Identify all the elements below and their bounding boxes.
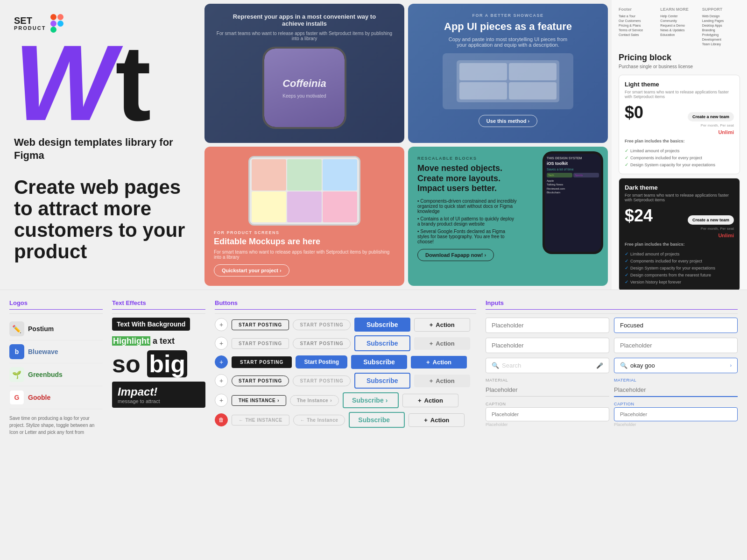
start-posting-gray-round-4[interactable]: Start Posting — [293, 376, 350, 386]
ios-mockup: THIS DESIGN SYSTEM iOS toolkit Saves a l… — [543, 151, 603, 254]
create-team-light-button[interactable]: Create a new team — [688, 112, 734, 121]
plus-circle-2[interactable]: + — [215, 337, 228, 350]
card4-bullet1: • Components-driven constrained and incr… — [417, 198, 517, 214]
tagline: Web design templates library for Figma — [14, 136, 187, 163]
te-big-item: so big — [112, 352, 205, 376]
promo-card-mockups: FOR PRODUCT SCREENS Editable Mockups are… — [204, 147, 404, 286]
start-posting-dark-3[interactable]: START POSTING — [232, 356, 292, 368]
pricing-light-period: Per month, Per seat — [701, 123, 734, 128]
button-row-6: 🗑 ← THE INSTANCE ← The Instance Subscrib… — [215, 412, 476, 428]
input-placeholder-1[interactable] — [486, 318, 609, 333]
subscribe-blue-1[interactable]: Subscribe — [354, 318, 410, 332]
cta-text: Create web pages to attract more custome… — [14, 177, 187, 263]
create-team-dark-button[interactable]: Create a new team — [688, 215, 734, 225]
input-caption-container-2: Caption Placeholder — [614, 402, 738, 427]
card4-title: Move nested objects. Create more layouts… — [417, 163, 517, 194]
postium-name: Postium — [28, 325, 54, 333]
instance-light-5[interactable]: The Instance › — [290, 395, 339, 406]
app-name: Coffeinia — [282, 78, 326, 90]
te-highlight-text: Highlight a text — [112, 336, 175, 346]
inputs-section: Inputs 🔍 Search 🎤 🔍 okay goo › MATER — [486, 299, 738, 551]
instance-gray-6[interactable]: ← THE INSTANCE — [232, 415, 289, 425]
input-search-default[interactable]: 🔍 Search 🎤 — [486, 358, 609, 373]
input-placeholder-2[interactable] — [486, 338, 609, 353]
subscribe-teal-5[interactable]: Subscribe › — [343, 392, 399, 408]
caption-label-2: Caption — [614, 402, 738, 406]
pricing-panel: Footer Take a Tour Our Customers Pricing… — [612, 0, 747, 290]
start-posting-light-1[interactable]: Start Posting — [293, 319, 350, 330]
plus-circle-1[interactable]: + — [215, 318, 228, 331]
pricing-dark-title: Dark theme — [625, 184, 734, 191]
greenbuds-icon: 🌱 — [9, 367, 24, 382]
pricing-subtitle: Purchase single or business license — [619, 64, 740, 69]
caption-label-1: Caption — [486, 402, 609, 406]
te-big-text: so big — [112, 350, 187, 377]
action-gray-4[interactable]: + Action — [414, 375, 470, 387]
inputs-grid: 🔍 Search 🎤 🔍 okay goo › MATERIAL MATERIA… — [486, 318, 738, 427]
logos-section: Logos ✏️ Postium b Bluewave 🌱 Greenbuds … — [9, 299, 103, 551]
subscribe-outline-4[interactable]: Subscribe — [354, 373, 410, 389]
start-posting-outline-2[interactable]: START POSTING — [232, 338, 289, 349]
plus-circle-4[interactable]: + — [215, 374, 228, 387]
footer-nav: Footer Take a Tour Our Customers Pricing… — [619, 7, 740, 46]
plus-circle-blue-3[interactable]: + — [215, 355, 228, 369]
bluewave-name: Bluewave — [28, 348, 58, 355]
plus-circle-5[interactable]: + — [215, 394, 228, 407]
card1-title: Represent your apps in a most convenient… — [214, 13, 395, 27]
pricing-unlimited-light: Unlimi — [718, 129, 734, 135]
pricing-dark-period: Per month, Per seat — [701, 227, 734, 231]
promo-card-rescalable: RESCALABLE BLOCKS Move nested objects. C… — [408, 147, 608, 286]
action-gray-2[interactable]: + Action — [414, 337, 470, 350]
buttons-label: Buttons — [215, 299, 476, 310]
instance-light-6[interactable]: ← The Instance — [293, 415, 345, 425]
pricing-dark-desc: For smart teams who want to release appl… — [625, 193, 734, 202]
card2-cta[interactable]: Use this method › — [479, 115, 537, 127]
card4-bullet2: • Contains a lot of UI patterns to quick… — [417, 216, 517, 227]
material-label-1: MATERIAL — [486, 378, 609, 383]
input-focused-1[interactable] — [614, 318, 738, 333]
button-row-3: + START POSTING Start Posting Subscribe … — [215, 355, 476, 369]
input-caption-1[interactable] — [486, 407, 609, 421]
action-outline-6[interactable]: + Action — [409, 413, 465, 427]
card4-cta[interactable]: Download Fapapp now! › — [417, 249, 494, 261]
input-placeholder-3[interactable] — [614, 338, 738, 353]
pricing-dark-price: $24 — [625, 206, 653, 226]
left-panel: SET PRODUCT Wt Web design templates libr… — [0, 0, 201, 290]
subscribe-teal-6[interactable]: Subscribe — [349, 412, 405, 428]
inputs-label: Inputs — [486, 299, 738, 310]
card2-preview — [443, 53, 573, 109]
card3-cta[interactable]: Quickstart your project › — [214, 264, 289, 276]
input-material-2[interactable] — [614, 383, 738, 397]
input-search-active[interactable]: 🔍 okay goo › — [614, 358, 738, 373]
card2-label: FOR A BETTER SHOWCASE — [472, 13, 544, 18]
action-outline-1[interactable]: + Action — [414, 318, 470, 332]
subscribe-arrow-5: › — [386, 397, 388, 404]
subscribe-outline-2[interactable]: Subscribe — [354, 335, 410, 351]
start-posting-round-4[interactable]: START POSTING — [232, 376, 289, 386]
start-posting-outline-1[interactable]: START POSTING — [232, 319, 289, 330]
card4-bullet3: • Several Google.Fonts declared as Figma… — [417, 229, 517, 244]
instance-arrow-left-6: ← — [239, 418, 244, 423]
action-outline-5[interactable]: + Action — [402, 394, 458, 407]
phone-mockup: Coffeinia Keeps you motivated — [262, 47, 346, 129]
search-icon: 🔍 — [492, 362, 499, 369]
card3-title: Editable Mockups are here — [214, 237, 320, 247]
trash-circle-6[interactable]: 🗑 — [215, 413, 228, 426]
input-caption-2[interactable] — [614, 407, 738, 421]
start-posting-light-2[interactable]: Start Posting — [293, 338, 350, 349]
logo-gooble: G Gooble — [9, 386, 103, 409]
start-posting-blue-3[interactable]: Start Posting — [296, 355, 347, 369]
subscribe-blue-3[interactable]: Subscribe — [351, 355, 407, 369]
card4-label: RESCALABLE BLOCKS — [417, 156, 517, 161]
buttons-section: Buttons + START POSTING Start Posting Su… — [215, 299, 476, 551]
action-plus-icon-4: + — [430, 377, 433, 384]
instance-outline-5[interactable]: THE INSTANCE › — [232, 395, 286, 406]
bottom-section: Logos ✏️ Postium b Bluewave 🌱 Greenbuds … — [0, 290, 747, 560]
gooble-name: Gooble — [28, 394, 50, 401]
action-plus-icon-2: + — [430, 340, 433, 347]
action-blue-3[interactable]: + Action — [411, 356, 467, 369]
input-material-1[interactable] — [486, 383, 609, 397]
text-effects-label: Text Effects — [112, 299, 205, 310]
logo-bluewave: b Bluewave — [9, 340, 103, 363]
pricing-dark-card: Dark theme For smart teams who want to r… — [619, 178, 740, 290]
